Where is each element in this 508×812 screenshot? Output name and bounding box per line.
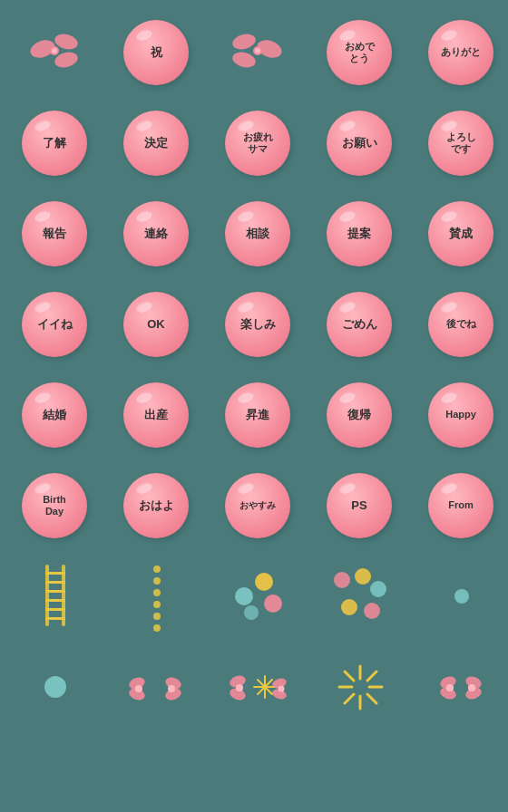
bubble: OK [123, 292, 189, 357]
svg-point-5 [230, 32, 257, 52]
cell-r0-c2[interactable] [207, 7, 308, 98]
bubble: お願い [327, 111, 392, 176]
cell-r2-c2[interactable]: 相談 [207, 188, 308, 279]
bubble: 連絡 [123, 201, 189, 266]
bubble: 提案 [327, 201, 392, 266]
svg-point-21 [153, 601, 161, 608]
cell-r4-c3[interactable]: 復帰 [308, 370, 410, 460]
svg-line-56 [345, 672, 354, 681]
bubble-label: 結婚 [43, 408, 66, 422]
cell-r1-c0[interactable]: 了解 [4, 98, 105, 188]
bubble: ごめん [327, 292, 392, 357]
svg-point-43 [236, 684, 243, 691]
bubble: おやすみ [225, 473, 290, 538]
cell-r4-c2[interactable]: 昇進 [207, 370, 308, 460]
bubble-label: 楽しみ [240, 317, 276, 332]
bubble-label: ありがと [441, 46, 481, 58]
cell-r5-c1[interactable]: おはよ [105, 460, 207, 551]
dot-teal-small-icon [453, 587, 471, 605]
svg-rect-14 [45, 590, 65, 593]
svg-point-51 [278, 685, 285, 691]
cell-r3-c3[interactable]: ごめん [308, 279, 410, 370]
sparkle-burst-icon [336, 662, 386, 712]
bow-pair-icon [128, 669, 187, 705]
cell-r5-c2[interactable]: おやすみ [207, 460, 308, 551]
bow-right-icon [231, 29, 284, 76]
svg-rect-17 [45, 617, 65, 620]
cell-r4-c0[interactable]: 結婚 [4, 370, 105, 460]
bubble: BirthDay [22, 473, 87, 538]
cell-r1-c3[interactable]: お願い [308, 98, 410, 188]
svg-point-9 [255, 48, 260, 53]
cell-r4-c1[interactable]: 出産 [105, 370, 207, 460]
svg-point-27 [244, 605, 259, 620]
svg-point-22 [153, 613, 161, 620]
bubble: PS [327, 473, 392, 538]
svg-rect-13 [45, 581, 65, 584]
cell-r0-c1[interactable]: 祝 [105, 7, 207, 98]
cell-r3-c2[interactable]: 楽しみ [207, 279, 308, 370]
bubble: From [428, 473, 493, 538]
bubble: よろしです [428, 111, 493, 176]
bubble: 結婚 [22, 382, 87, 448]
svg-point-24 [235, 587, 253, 605]
svg-point-19 [153, 577, 161, 585]
svg-point-6 [230, 50, 257, 70]
cell-r2-c3[interactable]: 提案 [308, 188, 410, 279]
bubble-label: 連絡 [144, 227, 168, 241]
cell-r5-c4[interactable]: From [410, 460, 508, 551]
cell-r3-c1[interactable]: OK [105, 279, 207, 370]
cell-r3-c0[interactable]: イイね [4, 279, 105, 370]
bubble-label: PS [351, 498, 366, 513]
last-cell-1 [106, 646, 208, 728]
svg-point-62 [446, 684, 454, 691]
bubble: 復帰 [327, 382, 392, 448]
svg-rect-12 [45, 572, 65, 575]
bubble: 決定 [123, 111, 189, 176]
cell-r1-c4[interactable]: よろしです [410, 98, 508, 188]
cell-r1-c2[interactable]: お疲れサマ [207, 98, 308, 188]
bubble: 相談 [225, 201, 290, 266]
cell-r5-c0[interactable]: BirthDay [4, 460, 105, 551]
svg-point-30 [370, 581, 386, 597]
bubble-label: お疲れサマ [243, 131, 273, 155]
cell-r1-c1[interactable]: 決定 [105, 98, 207, 188]
bubble-label: 復帰 [347, 408, 371, 422]
cell-r2-c0[interactable]: 報告 [4, 188, 105, 279]
bubble-label: 報告 [43, 227, 66, 241]
cell-r0-c0[interactable] [4, 7, 105, 98]
cell-r0-c3[interactable]: おめでとう [308, 7, 410, 98]
bubble-label: 賛成 [449, 227, 473, 241]
svg-point-65 [468, 684, 475, 691]
svg-line-59 [345, 694, 354, 703]
cell-r2-c1[interactable]: 連絡 [105, 188, 207, 279]
cell-r4-c4[interactable]: Happy [410, 370, 508, 460]
bubble-label: From [448, 499, 474, 511]
bubble: おめでとう [327, 20, 392, 85]
svg-point-33 [454, 589, 469, 604]
svg-point-23 [153, 624, 161, 632]
cell-r2-c4[interactable]: 賛成 [410, 188, 508, 279]
svg-point-40 [168, 685, 175, 692]
cell-r3-c4[interactable]: 後でね [410, 279, 508, 370]
bubble: お疲れサマ [225, 111, 290, 176]
svg-point-32 [364, 603, 380, 619]
bubble-label: 決定 [144, 136, 168, 150]
svg-point-18 [153, 566, 161, 573]
cell-r0-c4[interactable]: ありがと [410, 7, 508, 98]
cell-r5-c3[interactable]: PS [308, 460, 410, 551]
bubble-label: 後でね [446, 318, 476, 330]
bubble: おはよ [123, 473, 189, 538]
bubble-label: 祝 [151, 45, 162, 60]
deco-cell-1 [106, 556, 208, 637]
deco-cell-3 [309, 556, 411, 637]
bubble: 了解 [22, 111, 87, 176]
bubble-label: 了解 [43, 136, 66, 150]
bubble: 賛成 [428, 201, 493, 266]
bubble-label: OK [147, 317, 165, 332]
bubble: Happy [428, 382, 493, 448]
last-cell-4 [411, 646, 508, 728]
bubble-label: イイね [37, 317, 73, 332]
dots-vertical-icon [151, 565, 162, 628]
svg-point-28 [334, 572, 350, 588]
